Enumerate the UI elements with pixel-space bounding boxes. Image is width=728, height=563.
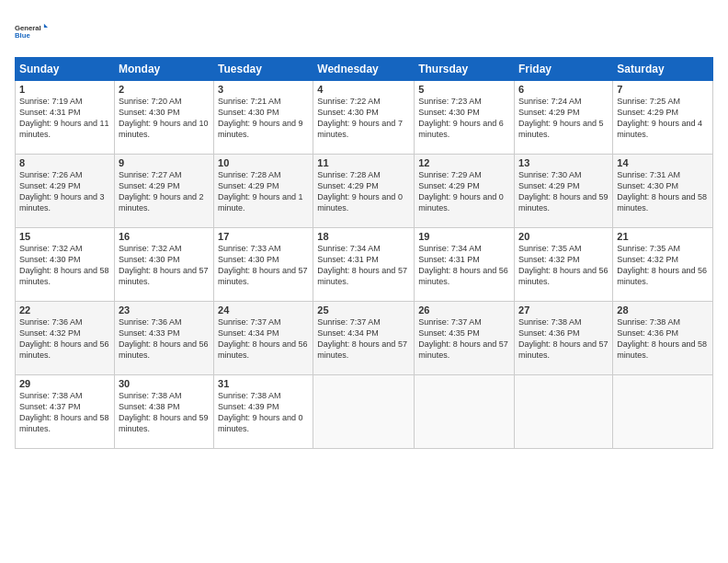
day-number: 25: [317, 304, 410, 316]
day-info: Sunrise: 7:36 AM Sunset: 4:33 PM Dayligh…: [119, 316, 210, 362]
week-row-1: 1 Sunrise: 7:19 AM Sunset: 4:31 PM Dayli…: [16, 81, 713, 155]
day-cell: 7 Sunrise: 7:25 AM Sunset: 4:29 PM Dayli…: [613, 81, 713, 155]
day-info: Sunrise: 7:38 AM Sunset: 4:37 PM Dayligh…: [19, 390, 110, 435]
svg-marker-2: [44, 24, 48, 28]
day-info: Sunrise: 7:32 AM Sunset: 4:30 PM Dayligh…: [119, 243, 210, 288]
day-cell: 21 Sunrise: 7:35 AM Sunset: 4:32 PM Dayl…: [613, 228, 713, 302]
header-friday: Friday: [515, 58, 613, 81]
header-sunday: Sunday: [16, 58, 115, 81]
day-number: 24: [218, 304, 309, 316]
day-number: 11: [317, 157, 410, 168]
day-number: 30: [119, 378, 210, 389]
day-info: Sunrise: 7:37 AM Sunset: 4:35 PM Dayligh…: [418, 316, 510, 362]
day-number: 8: [19, 157, 110, 168]
day-cell: 15 Sunrise: 7:32 AM Sunset: 4:30 PM Dayl…: [16, 228, 115, 302]
day-info: Sunrise: 7:20 AM Sunset: 4:30 PM Dayligh…: [119, 96, 210, 141]
day-cell: 6 Sunrise: 7:24 AM Sunset: 4:29 PM Dayli…: [515, 81, 613, 155]
day-number: 28: [617, 304, 709, 316]
day-cell: 13 Sunrise: 7:30 AM Sunset: 4:29 PM Dayl…: [515, 155, 613, 228]
day-info: Sunrise: 7:38 AM Sunset: 4:38 PM Dayligh…: [119, 390, 210, 435]
day-cell: 14 Sunrise: 7:31 AM Sunset: 4:30 PM Dayl…: [613, 155, 713, 228]
page: General Blue SundayMondayTuesdayWednesda…: [0, 0, 728, 563]
svg-text:Blue: Blue: [15, 31, 30, 40]
header: General Blue: [15, 15, 713, 48]
day-cell: 25 Sunrise: 7:37 AM Sunset: 4:34 PM Dayl…: [313, 302, 415, 375]
day-number: 2: [119, 84, 210, 95]
day-number: 17: [218, 231, 309, 242]
day-cell: 23 Sunrise: 7:36 AM Sunset: 4:33 PM Dayl…: [114, 302, 213, 375]
week-row-4: 22 Sunrise: 7:36 AM Sunset: 4:32 PM Dayl…: [16, 302, 713, 375]
day-number: 29: [19, 378, 110, 389]
day-number: 12: [418, 157, 510, 168]
day-cell: 19 Sunrise: 7:34 AM Sunset: 4:31 PM Dayl…: [415, 228, 515, 302]
day-cell: 2 Sunrise: 7:20 AM Sunset: 4:30 PM Dayli…: [114, 81, 213, 155]
day-number: 20: [518, 231, 609, 242]
day-info: Sunrise: 7:38 AM Sunset: 4:39 PM Dayligh…: [218, 390, 309, 435]
day-cell: 18 Sunrise: 7:34 AM Sunset: 4:31 PM Dayl…: [313, 228, 415, 302]
day-cell: 12 Sunrise: 7:29 AM Sunset: 4:29 PM Dayl…: [415, 155, 515, 228]
day-info: Sunrise: 7:28 AM Sunset: 4:29 PM Dayligh…: [317, 169, 410, 214]
day-cell: [313, 375, 415, 449]
week-row-2: 8 Sunrise: 7:26 AM Sunset: 4:29 PM Dayli…: [16, 155, 713, 228]
day-number: 10: [218, 157, 309, 168]
day-cell: 31 Sunrise: 7:38 AM Sunset: 4:39 PM Dayl…: [214, 375, 313, 449]
day-cell: [613, 375, 713, 449]
day-number: 5: [418, 84, 510, 95]
calendar: SundayMondayTuesdayWednesdayThursdayFrid…: [15, 57, 713, 449]
day-info: Sunrise: 7:38 AM Sunset: 4:36 PM Dayligh…: [617, 316, 709, 362]
day-number: 16: [119, 231, 210, 242]
day-number: 7: [617, 84, 709, 95]
day-cell: 26 Sunrise: 7:37 AM Sunset: 4:35 PM Dayl…: [415, 302, 515, 375]
day-info: Sunrise: 7:24 AM Sunset: 4:29 PM Dayligh…: [518, 96, 609, 141]
day-info: Sunrise: 7:21 AM Sunset: 4:30 PM Dayligh…: [218, 96, 309, 141]
day-info: Sunrise: 7:19 AM Sunset: 4:31 PM Dayligh…: [19, 96, 110, 141]
day-cell: 29 Sunrise: 7:38 AM Sunset: 4:37 PM Dayl…: [16, 375, 115, 449]
day-cell: 9 Sunrise: 7:27 AM Sunset: 4:29 PM Dayli…: [114, 155, 213, 228]
day-cell: 3 Sunrise: 7:21 AM Sunset: 4:30 PM Dayli…: [214, 81, 313, 155]
day-info: Sunrise: 7:34 AM Sunset: 4:31 PM Dayligh…: [418, 243, 510, 288]
header-wednesday: Wednesday: [313, 58, 415, 81]
day-number: 31: [218, 378, 309, 389]
day-number: 23: [119, 304, 210, 316]
day-info: Sunrise: 7:37 AM Sunset: 4:34 PM Dayligh…: [317, 316, 410, 362]
day-cell: [515, 375, 613, 449]
day-number: 6: [518, 84, 609, 95]
day-info: Sunrise: 7:36 AM Sunset: 4:32 PM Dayligh…: [19, 316, 110, 362]
day-info: Sunrise: 7:28 AM Sunset: 4:29 PM Dayligh…: [218, 169, 309, 214]
day-cell: 17 Sunrise: 7:33 AM Sunset: 4:30 PM Dayl…: [214, 228, 313, 302]
logo-svg: General Blue: [15, 15, 48, 48]
day-info: Sunrise: 7:31 AM Sunset: 4:30 PM Dayligh…: [617, 169, 709, 214]
day-number: 18: [317, 231, 410, 242]
day-number: 13: [518, 157, 609, 168]
day-info: Sunrise: 7:22 AM Sunset: 4:30 PM Dayligh…: [317, 96, 410, 141]
day-info: Sunrise: 7:37 AM Sunset: 4:34 PM Dayligh…: [218, 316, 309, 362]
day-cell: [415, 375, 515, 449]
day-number: 22: [19, 304, 110, 316]
day-info: Sunrise: 7:27 AM Sunset: 4:29 PM Dayligh…: [119, 169, 210, 214]
day-cell: 11 Sunrise: 7:28 AM Sunset: 4:29 PM Dayl…: [313, 155, 415, 228]
day-info: Sunrise: 7:25 AM Sunset: 4:29 PM Dayligh…: [617, 96, 709, 141]
logo: General Blue: [15, 15, 48, 48]
header-saturday: Saturday: [613, 58, 713, 81]
day-number: 9: [119, 157, 210, 168]
day-number: 19: [418, 231, 510, 242]
day-info: Sunrise: 7:30 AM Sunset: 4:29 PM Dayligh…: [518, 169, 609, 214]
day-number: 3: [218, 84, 309, 95]
day-cell: 27 Sunrise: 7:38 AM Sunset: 4:36 PM Dayl…: [515, 302, 613, 375]
day-cell: 1 Sunrise: 7:19 AM Sunset: 4:31 PM Dayli…: [16, 81, 115, 155]
day-info: Sunrise: 7:35 AM Sunset: 4:32 PM Dayligh…: [617, 243, 709, 288]
header-monday: Monday: [114, 58, 213, 81]
day-number: 15: [19, 231, 110, 242]
day-info: Sunrise: 7:34 AM Sunset: 4:31 PM Dayligh…: [317, 243, 410, 288]
day-info: Sunrise: 7:35 AM Sunset: 4:32 PM Dayligh…: [518, 243, 609, 288]
header-tuesday: Tuesday: [214, 58, 313, 81]
day-cell: 24 Sunrise: 7:37 AM Sunset: 4:34 PM Dayl…: [214, 302, 313, 375]
day-number: 27: [518, 304, 609, 316]
day-info: Sunrise: 7:29 AM Sunset: 4:29 PM Dayligh…: [418, 169, 510, 214]
day-info: Sunrise: 7:32 AM Sunset: 4:30 PM Dayligh…: [19, 243, 110, 288]
day-cell: 4 Sunrise: 7:22 AM Sunset: 4:30 PM Dayli…: [313, 81, 415, 155]
header-row: SundayMondayTuesdayWednesdayThursdayFrid…: [16, 58, 713, 81]
day-info: Sunrise: 7:23 AM Sunset: 4:30 PM Dayligh…: [418, 96, 510, 141]
day-number: 26: [418, 304, 510, 316]
week-row-3: 15 Sunrise: 7:32 AM Sunset: 4:30 PM Dayl…: [16, 228, 713, 302]
